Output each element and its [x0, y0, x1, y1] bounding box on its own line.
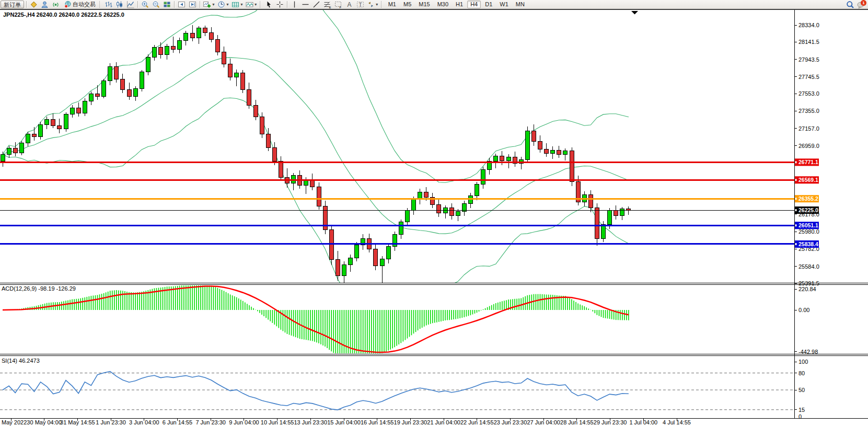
- indicator-list-icon: [232, 1, 239, 8]
- fibo-icon: E: [323, 1, 331, 8]
- time-tick-label: 27 Jun 04:00: [527, 419, 560, 425]
- grid-icon: F: [334, 1, 342, 8]
- line-chart-button[interactable]: [125, 0, 135, 9]
- vline-button[interactable]: [290, 0, 299, 9]
- candle-body: [96, 94, 100, 97]
- price-tick-label: 28141.5: [798, 39, 819, 45]
- price-line-label: 26771.1: [798, 159, 818, 165]
- candle-body: [614, 211, 618, 216]
- candle-body: [159, 48, 163, 54]
- timeframe-mn[interactable]: MN: [513, 1, 528, 8]
- timeframe-h1[interactable]: H1: [453, 1, 466, 8]
- price-tick-label: 25391.5: [798, 280, 819, 286]
- candle-body: [601, 225, 606, 239]
- community-icon: [41, 1, 49, 8]
- text-button[interactable]: A: [344, 0, 354, 9]
- indicator-wave-button[interactable]: ▼: [245, 0, 258, 9]
- toolbar-separator: [287, 1, 287, 8]
- time-tick-label: 28 Jun 14:55: [560, 419, 594, 425]
- new-chart-button[interactable]: ▼: [202, 0, 216, 9]
- candle-body: [557, 150, 561, 154]
- candlestick-button[interactable]: [114, 0, 124, 9]
- autotrade-icon: [64, 1, 72, 8]
- deposit-button[interactable]: [29, 0, 39, 9]
- crosshair-button[interactable]: [275, 0, 285, 9]
- price-line-label: 25838.4: [798, 241, 818, 247]
- candle-body: [335, 260, 340, 275]
- candle-body: [140, 72, 144, 89]
- template-prev-button[interactable]: [177, 0, 187, 9]
- search-button[interactable]: [845, 0, 855, 9]
- price-tick-label: 27157.0: [798, 125, 819, 132]
- hline-button[interactable]: [300, 0, 310, 9]
- candle-body: [266, 134, 270, 147]
- time-axis[interactable]: May 202230 May 04:0031 May 14:551 Jun 23…: [2, 419, 691, 426]
- candle-body: [260, 117, 264, 134]
- time-tick-label: 30 May 04:00: [27, 419, 62, 425]
- signal-button[interactable]: [51, 0, 61, 9]
- label-button[interactable]: T: [355, 0, 365, 9]
- candle-body: [45, 119, 49, 124]
- candle-body: [551, 150, 555, 154]
- fibo-button[interactable]: E: [322, 0, 332, 9]
- toolbar-grip: [381, 1, 383, 8]
- toolbar-separator: [137, 1, 138, 8]
- candle-body: [317, 187, 321, 206]
- bar-chart-button[interactable]: [103, 0, 113, 9]
- period-button[interactable]: ▼: [217, 0, 230, 9]
- candle-body: [272, 147, 276, 162]
- text-icon: A: [345, 1, 353, 8]
- candle-body: [481, 169, 485, 185]
- zoom-out-icon: [152, 1, 160, 8]
- grid-button[interactable]: F: [333, 0, 343, 9]
- timeframe-m30[interactable]: M30: [434, 1, 452, 8]
- toolbar-separator: [174, 1, 175, 8]
- candle-body: [475, 185, 479, 196]
- cursor-button[interactable]: [264, 0, 274, 9]
- indicator-list-button[interactable]: ▼: [231, 0, 244, 9]
- candle-body: [171, 47, 176, 49]
- candle-body: [247, 89, 251, 105]
- notifications-button[interactable]: 1: [856, 0, 866, 9]
- candle-body: [424, 192, 429, 198]
- timeframe-m5[interactable]: M5: [400, 1, 414, 8]
- candle-body: [310, 180, 315, 187]
- rsi-tick-label: 15: [798, 407, 805, 413]
- candle-body: [13, 148, 17, 153]
- template-next-button[interactable]: [188, 0, 198, 9]
- candle-body: [399, 222, 403, 235]
- timeframe-d1[interactable]: D1: [482, 1, 495, 8]
- price-line-label: 26355.2: [798, 195, 818, 202]
- timeframe-w1[interactable]: W1: [496, 1, 512, 8]
- svg-text:E: E: [329, 6, 331, 9]
- rsi-tick-label: 100: [798, 359, 808, 365]
- candle-body: [209, 32, 213, 39]
- price-tick-label: 27553.0: [798, 90, 819, 97]
- zoom-out-button[interactable]: [151, 0, 161, 9]
- candle-body: [443, 208, 447, 213]
- zoom-in-button[interactable]: [140, 0, 150, 9]
- candle-body: [437, 204, 441, 213]
- tile-windows-button[interactable]: [162, 0, 172, 9]
- candle-body: [456, 212, 460, 216]
- new-order-button[interactable]: 新订单: [1, 1, 24, 8]
- timeframe-h4[interactable]: H4: [467, 1, 481, 8]
- price-tick-label: 27355.0: [798, 108, 819, 114]
- candle-body: [595, 208, 599, 239]
- auto-trading-button[interactable]: 自动交易: [62, 0, 98, 9]
- candle-body: [39, 124, 43, 137]
- time-tick-label: 22 Jun 14:55: [460, 419, 494, 425]
- timeframe-m15[interactable]: M15: [415, 1, 433, 8]
- candle-body: [26, 134, 30, 143]
- chart-canvas[interactable]: JPN225-,H4 26240.0 26240.0 26222.5 26225…: [0, 0, 868, 426]
- trendline-button[interactable]: [311, 0, 321, 9]
- candle-body: [178, 40, 182, 49]
- signal-icon: [52, 1, 60, 8]
- chevron-down-icon: ▼: [240, 3, 244, 6]
- toolbar: 新订单 自动交易 ▼ ▼ ▼ ▼ E F: [0, 0, 868, 10]
- candle-body: [51, 119, 55, 125]
- community-button[interactable]: [40, 0, 50, 9]
- timeframe-m1[interactable]: M1: [385, 1, 399, 8]
- candle-body: [620, 209, 624, 216]
- arrows-button[interactable]: ▼: [366, 0, 379, 9]
